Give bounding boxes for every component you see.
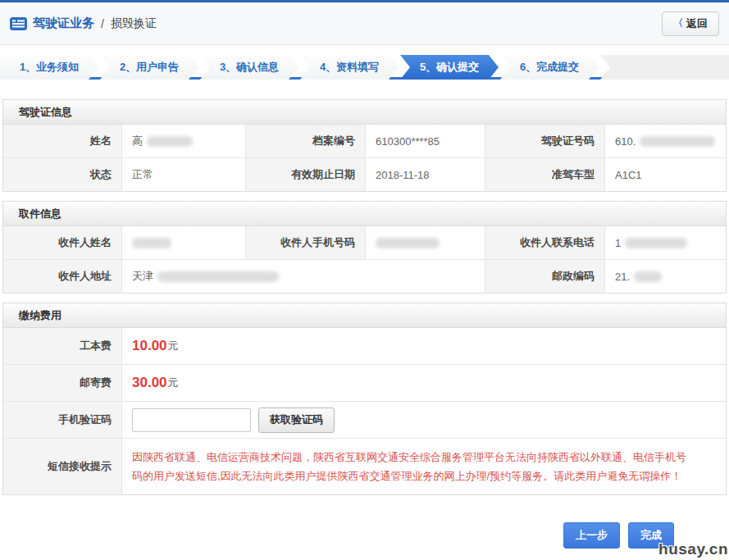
redacted-value <box>147 136 193 147</box>
license-number-value: 610. <box>605 125 726 157</box>
table-row: 姓名 高 档案编号 610300****85 驾驶证号码 610. <box>3 125 726 158</box>
mailing-fee-value: 30.00 元 <box>122 365 726 401</box>
action-bar: 上一步 完成 <box>0 522 729 549</box>
previous-step-button[interactable]: 上一步 <box>563 522 620 549</box>
license-info-panel: 驾驶证信息 姓名 高 档案编号 610300****85 驾驶证号码 610. … <box>2 99 727 192</box>
breadcrumb-section[interactable]: 驾驶证业务 <box>33 16 94 31</box>
sms-code-cell: 获取验证码 <box>122 402 726 438</box>
production-fee-value: 10.00 元 <box>122 328 726 364</box>
status-label: 状态 <box>3 158 122 191</box>
expiry-date-value: 2018-11-18 <box>366 158 485 191</box>
finish-button[interactable]: 完成 <box>628 522 674 549</box>
sms-notice-label: 短信接收提示 <box>3 439 122 494</box>
redacted-value <box>132 238 171 248</box>
file-number-label: 档案编号 <box>246 125 366 157</box>
production-fee-unit: 元 <box>168 339 179 353</box>
step-label: 4、资料填写 <box>320 60 379 75</box>
vehicle-class-label: 准驾车型 <box>485 158 605 191</box>
name-value: 高 <box>122 125 246 157</box>
breadcrumb-current: 损毁换证 <box>111 16 157 31</box>
mailing-fee-unit: 元 <box>168 376 179 390</box>
sms-code-label: 手机验证码 <box>3 402 122 438</box>
postal-code-value: 21. <box>605 260 726 293</box>
table-row: 工本费 10.00 元 <box>3 328 726 365</box>
step-bar-filler <box>600 55 729 80</box>
license-info-title: 驾驶证信息 <box>3 100 726 125</box>
step-3-confirm-info[interactable]: 3、确认信息 <box>200 55 298 80</box>
back-button[interactable]: 〈 返回 <box>662 11 719 36</box>
step-1-business-notice[interactable]: 1、业务须知 <box>0 55 98 80</box>
table-row: 状态 正常 有效期止日期 2018-11-18 准驾车型 A1C1 <box>3 158 726 191</box>
recipient-name-value <box>122 226 246 259</box>
table-row: 邮寄费 30.00 元 <box>3 365 726 402</box>
mailing-fee-label: 邮寄费 <box>3 365 122 401</box>
redacted-value <box>640 136 715 147</box>
name-label: 姓名 <box>3 125 122 157</box>
fees-panel: 缴纳费用 工本费 10.00 元 邮寄费 30.00 元 手机验证码 获取验证码… <box>2 303 727 495</box>
sms-notice-text: 因陕西省联通、电信运营商技术问题，陕西省互联网交通安全综合服务管理平台无法向持陕… <box>132 448 716 485</box>
step-5-confirm-submit[interactable]: 5、确认提交 <box>400 55 499 80</box>
production-fee-label: 工本费 <box>3 328 122 364</box>
chevron-left-icon: 〈 <box>673 16 683 30</box>
recipient-address-label: 收件人地址 <box>3 260 122 293</box>
pickup-info-panel: 取件信息 收件人姓名 收件人手机号码 收件人联系电话 1 收件人地址 天津 邮政… <box>2 201 727 294</box>
table-row: 手机验证码 获取验证码 <box>3 402 726 439</box>
pickup-info-title: 取件信息 <box>3 202 726 226</box>
license-number-label: 驾驶证号码 <box>485 125 605 157</box>
table-row: 收件人地址 天津 邮政编码 21. <box>3 260 726 293</box>
license-card-icon <box>10 17 27 30</box>
recipient-mobile-label: 收件人手机号码 <box>246 226 366 259</box>
step-label: 6、完成提交 <box>520 60 579 75</box>
step-label: 3、确认信息 <box>220 60 279 75</box>
step-label: 2、用户申告 <box>120 60 179 75</box>
recipient-address-value: 天津 <box>122 260 485 293</box>
recipient-phone-label: 收件人联系电话 <box>485 226 605 259</box>
table-row: 收件人姓名 收件人手机号码 收件人联系电话 1 <box>3 226 726 260</box>
get-sms-code-button[interactable]: 获取验证码 <box>258 407 335 433</box>
mailing-fee-amount: 30.00 <box>132 375 167 391</box>
step-6-complete-submit[interactable]: 6、完成提交 <box>500 55 599 80</box>
expiry-date-label: 有效期止日期 <box>246 158 366 191</box>
back-button-label: 返回 <box>686 16 708 31</box>
recipient-mobile-value <box>366 226 485 259</box>
redacted-value <box>157 271 279 282</box>
recipient-name-label: 收件人姓名 <box>3 226 122 259</box>
breadcrumb: 驾驶证业务 / 损毁换证 <box>10 16 157 31</box>
production-fee-amount: 10.00 <box>132 338 167 354</box>
redacted-value <box>625 238 687 248</box>
breadcrumb-separator: / <box>101 17 104 30</box>
sms-code-input[interactable] <box>132 408 251 432</box>
fees-title: 缴纳费用 <box>3 303 726 328</box>
redacted-value <box>634 271 662 282</box>
status-value: 正常 <box>122 158 246 191</box>
recipient-phone-value: 1 <box>605 226 726 259</box>
table-row: 短信接收提示 因陕西省联通、电信运营商技术问题，陕西省互联网交通安全综合服务管理… <box>3 439 726 494</box>
step-2-user-declaration[interactable]: 2、用户申告 <box>100 55 198 80</box>
step-label: 5、确认提交 <box>420 60 479 75</box>
wizard-step-bar: 1、业务须知 2、用户申告 3、确认信息 4、资料填写 5、确认提交 6、完成提… <box>0 55 729 80</box>
redacted-value <box>376 238 440 248</box>
step-label: 1、业务须知 <box>20 60 79 75</box>
postal-code-label: 邮政编码 <box>485 260 605 293</box>
file-number-value: 610300****85 <box>366 125 485 157</box>
vehicle-class-value: A1C1 <box>605 158 726 191</box>
sms-notice-cell: 因陕西省联通、电信运营商技术问题，陕西省互联网交通安全综合服务管理平台无法向持陕… <box>122 439 726 494</box>
page-header: 驾驶证业务 / 损毁换证 〈 返回 <box>0 2 729 45</box>
step-4-fill-data[interactable]: 4、资料填写 <box>300 55 399 80</box>
